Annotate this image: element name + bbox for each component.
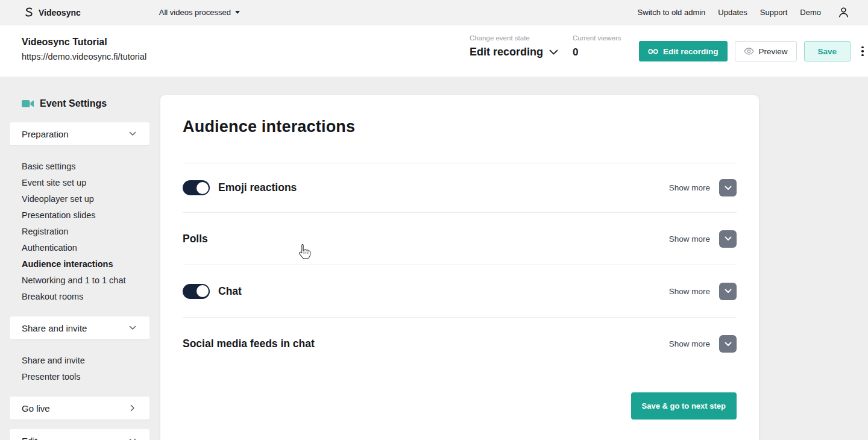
show-more-link[interactable]: Show more [669,183,710,192]
user-account-button[interactable] [837,6,850,19]
preview-label: Preview [759,47,788,56]
sidebar-item-videoplayer-set-up[interactable]: Videoplayer set up [22,191,149,207]
sidebar-section-share-and-invite[interactable]: Share and invite [10,316,149,339]
setting-row-emoji-reactions: Emoji reactions Show more [183,163,737,213]
setting-label: Social media feeds in chat [183,338,315,350]
setting-label: Emoji reactions [218,181,297,194]
videosync-admin-screen: Videosync All videos processed Switch to… [0,0,868,440]
link-updates[interactable]: Updates [718,8,747,17]
current-viewers-label: Current viewers [573,34,621,42]
link-switch-old-admin[interactable]: Switch to old admin [638,8,706,17]
recording-icon [648,48,658,55]
sidebar-item-basic-settings[interactable]: Basic settings [22,159,149,175]
chevron-down-icon [549,49,558,55]
sidebar-section-go-live[interactable]: Go live [10,397,149,420]
setting-row-social-media-feeds: Social media feeds in chat Show more [183,318,737,370]
videos-status-label: All videos processed [159,8,231,17]
edit-recording-button[interactable]: Edit recording [639,41,728,61]
link-demo[interactable]: Demo [800,8,821,17]
user-icon [837,6,850,19]
page-title: Audience interactions [183,118,737,136]
sidebar: Event Settings Preparation Basic setting… [10,77,149,440]
show-more-link[interactable]: Show more [669,234,710,244]
sidebar-title-label: Event Settings [40,98,107,109]
chat-toggle[interactable] [183,284,210,299]
topbar-links: Switch to old admin Updates Support Demo [638,8,821,17]
sidebar-item-registration[interactable]: Registration [22,224,149,240]
sidebar-item-presenter-tools[interactable]: Presenter tools [22,369,149,385]
event-url[interactable]: https://demo.videosync.fi/tutorial [22,52,146,61]
expand-social-media-button[interactable] [719,335,737,353]
emoji-reactions-toggle[interactable] [183,180,210,195]
current-viewers-count: 0 [573,46,621,58]
sidebar-item-audience-interactions[interactable]: Audience interactions [22,256,149,272]
event-header: Videosync Tutorial https://demo.videosyn… [0,25,868,77]
sidebar-item-networking-1to1-chat[interactable]: Networking and 1 to 1 chat [22,272,149,289]
event-state-label: Change event state [470,34,558,42]
show-more-link[interactable]: Show more [669,287,710,296]
event-state-dropdown[interactable]: Edit recording [470,46,558,58]
setting-row-chat: Chat Show more [183,265,737,318]
video-camera-icon [22,99,34,108]
brand-logo[interactable]: Videosync [23,7,81,18]
event-state-value: Edit recording [470,46,543,58]
setting-row-polls: Polls Show more [183,213,737,265]
setting-label: Chat [218,285,242,298]
preview-button[interactable]: Preview [735,41,797,61]
expand-chat-button[interactable] [719,283,737,300]
save-button[interactable]: Save [804,41,851,61]
top-bar: Videosync All videos processed Switch to… [0,0,868,25]
videosync-logo-icon [23,7,34,18]
sidebar-item-presentation-slides[interactable]: Presentation slides [22,207,149,224]
save-label: Save [818,47,837,56]
audience-interactions-panel: Audience interactions Emoji reactions Sh… [160,95,759,440]
section-label: Share and invite [22,323,87,333]
event-title: Videosync Tutorial [22,37,146,48]
chevron-right-icon [130,404,135,412]
preparation-items: Basic settings Event site set up Videopl… [10,159,149,305]
videos-status-dropdown[interactable]: All videos processed [159,8,240,17]
section-label: Preparation [22,129,69,139]
link-support[interactable]: Support [760,8,788,17]
chevron-down-icon [129,325,136,330]
show-more-link[interactable]: Show more [669,339,710,348]
section-label: Go live [22,403,50,413]
sidebar-section-edit[interactable]: Edit [10,429,149,440]
edit-recording-label: Edit recording [663,47,719,56]
more-options-button[interactable] [859,44,866,59]
sidebar-item-share-and-invite[interactable]: Share and invite [22,353,149,369]
brand-name: Videosync [39,8,81,17]
sidebar-item-authentication[interactable]: Authentication [22,240,149,256]
sidebar-title: Event Settings [22,96,149,111]
expand-emoji-reactions-button[interactable] [719,179,737,196]
share-invite-items: Share and invite Presenter tools [10,353,149,385]
expand-polls-button[interactable] [719,230,737,248]
chevron-down-icon [129,131,136,136]
section-label: Edit [22,436,37,440]
eye-icon [744,48,754,55]
sidebar-item-event-site-set-up[interactable]: Event site set up [22,175,149,191]
sidebar-item-breakout-rooms[interactable]: Breakout rooms [22,289,149,305]
setting-label: Polls [183,233,208,245]
caret-down-icon [235,11,240,14]
save-and-next-step-button[interactable]: Save & go to next step [631,392,737,420]
sidebar-section-preparation[interactable]: Preparation [10,122,149,145]
